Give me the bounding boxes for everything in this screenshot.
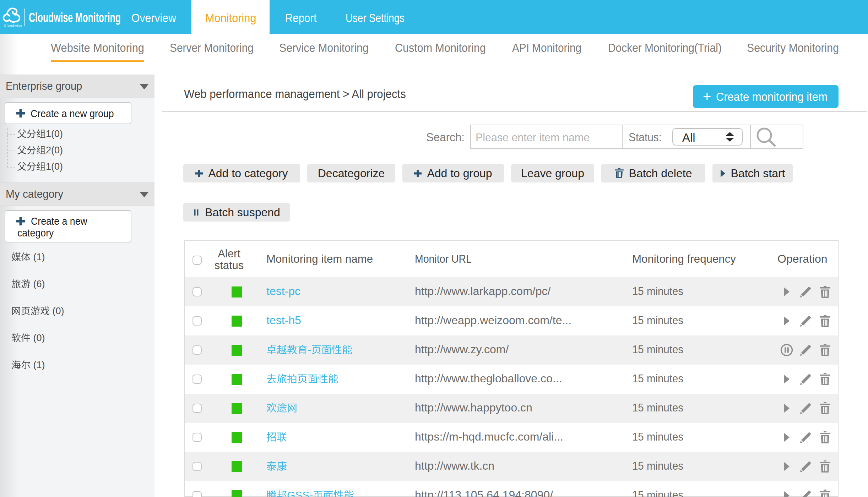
svg-text:Cloudwise: Cloudwise — [4, 24, 22, 27]
